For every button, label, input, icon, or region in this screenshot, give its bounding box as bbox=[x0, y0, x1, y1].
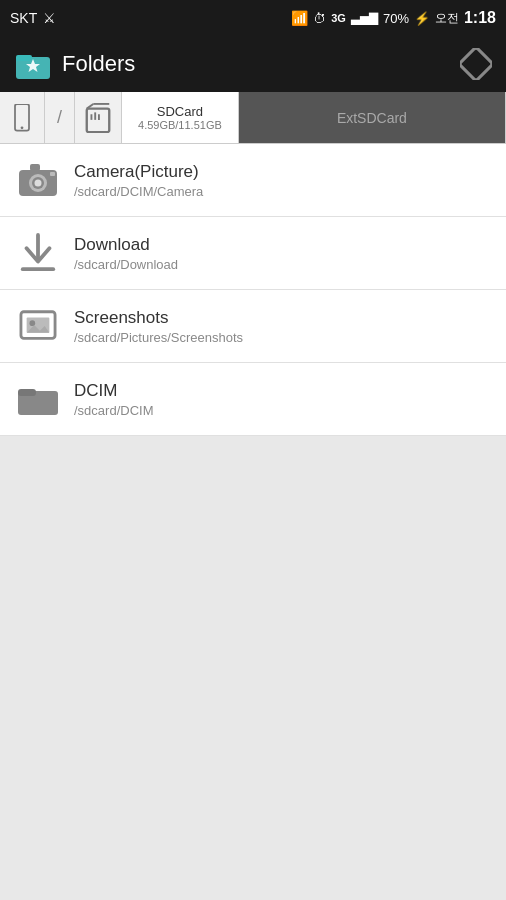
network-3g: 3G bbox=[331, 12, 346, 24]
screenshots-icon bbox=[16, 304, 60, 348]
status-left: SKT ⚔ bbox=[10, 10, 56, 26]
svg-rect-16 bbox=[30, 164, 40, 171]
tab-extsdcard-label: ExtSDCard bbox=[337, 110, 407, 126]
folder-path-dcim: /sdcard/DCIM bbox=[74, 403, 153, 418]
svg-rect-3 bbox=[460, 48, 492, 80]
folder-item-dcim[interactable]: DCIM /sdcard/DCIM bbox=[0, 363, 506, 436]
tab-bar: / SDCard 4.59GB/11.51GB ExtSDCard bbox=[0, 92, 506, 144]
svg-rect-1 bbox=[16, 55, 32, 61]
folder-path-screenshots: /sdcard/Pictures/Screenshots bbox=[74, 330, 243, 345]
tab-slash[interactable]: / bbox=[45, 92, 75, 143]
app-icon bbox=[14, 45, 52, 83]
battery-text: 70% bbox=[383, 11, 409, 26]
status-right: 📶 ⏱ 3G ▃▅▇ 70% ⚡ 오전 1:18 bbox=[291, 9, 496, 27]
folder-item-download[interactable]: Download /sdcard/Download bbox=[0, 217, 506, 290]
svg-point-5 bbox=[21, 126, 24, 129]
folder-name-dcim: DCIM bbox=[74, 381, 153, 401]
folder-path-camera: /sdcard/DCIM/Camera bbox=[74, 184, 203, 199]
svg-rect-6 bbox=[87, 108, 110, 131]
page-title: Folders bbox=[62, 51, 135, 77]
rotate-icon[interactable] bbox=[460, 48, 492, 80]
time-text: 1:18 bbox=[464, 9, 496, 27]
folder-name-screenshots: Screenshots bbox=[74, 308, 243, 328]
status-bar: SKT ⚔ 📶 ⏱ 3G ▃▅▇ 70% ⚡ 오전 1:18 bbox=[0, 0, 506, 36]
folder-path-download: /sdcard/Download bbox=[74, 257, 178, 272]
ampm-text: 오전 bbox=[435, 10, 459, 27]
empty-area bbox=[0, 436, 506, 896]
svg-point-15 bbox=[35, 180, 42, 187]
carrier-text: SKT bbox=[10, 10, 37, 26]
tab-sdcard-icon[interactable] bbox=[75, 92, 122, 143]
folder-item-screenshots[interactable]: Screenshots /sdcard/Pictures/Screenshots bbox=[0, 290, 506, 363]
folder-info-screenshots: Screenshots /sdcard/Pictures/Screenshots bbox=[74, 308, 243, 345]
folder-name-camera: Camera(Picture) bbox=[74, 162, 203, 182]
signal-icon: ▃▅▇ bbox=[351, 11, 378, 25]
folder-info-dcim: DCIM /sdcard/DCIM bbox=[74, 381, 153, 418]
svg-rect-17 bbox=[50, 172, 55, 176]
svg-rect-24 bbox=[18, 389, 36, 396]
title-bar: Folders bbox=[0, 36, 506, 92]
title-bar-left: Folders bbox=[14, 45, 135, 83]
usb-icon: ⚔ bbox=[43, 10, 56, 26]
tab-sdcard-size: 4.59GB/11.51GB bbox=[138, 119, 222, 131]
folder-icon bbox=[16, 377, 60, 421]
battery-icon: ⚡ bbox=[414, 11, 430, 26]
folder-info-download: Download /sdcard/Download bbox=[74, 235, 178, 272]
folder-item-camera[interactable]: Camera(Picture) /sdcard/DCIM/Camera bbox=[0, 144, 506, 217]
tab-sdcard[interactable]: SDCard 4.59GB/11.51GB bbox=[122, 92, 239, 143]
tab-sdcard-label: SDCard bbox=[157, 104, 203, 119]
bluetooth-icon: 📶 bbox=[291, 10, 308, 26]
folder-name-download: Download bbox=[74, 235, 178, 255]
camera-icon bbox=[16, 158, 60, 202]
download-icon bbox=[16, 231, 60, 275]
folder-list: Camera(Picture) /sdcard/DCIM/Camera Down… bbox=[0, 144, 506, 436]
tab-phone[interactable] bbox=[0, 92, 45, 143]
tab-extsdcard[interactable]: ExtSDCard bbox=[239, 92, 506, 143]
alarm-icon: ⏱ bbox=[313, 11, 326, 26]
folder-info-camera: Camera(Picture) /sdcard/DCIM/Camera bbox=[74, 162, 203, 199]
